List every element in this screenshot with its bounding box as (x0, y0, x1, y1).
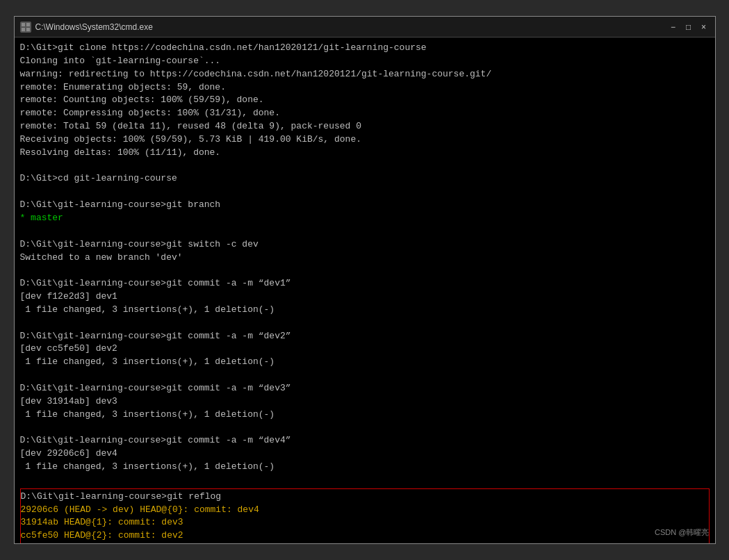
svg-rect-0 (22, 23, 25, 26)
terminal-line: 1 file changed, 3 insertions(+), 1 delet… (20, 356, 710, 369)
empty-line (20, 186, 710, 199)
svg-rect-3 (26, 28, 30, 31)
terminal-line: remote: Total 59 (delta 11), reused 48 (… (20, 120, 710, 133)
reflog-line-3: f12e2d3 HEAD@{3}: commit: dev1 (21, 543, 709, 543)
empty-line (20, 369, 710, 382)
terminal-line: D:\Git\git-learning-course>git commit -a… (20, 382, 710, 395)
titlebar: C:\Windows\System32\cmd.exe − □ × (15, 17, 715, 38)
reflog-line-1: 31914ab HEAD@{1}: commit: dev3 (21, 516, 709, 529)
close-button[interactable]: × (698, 22, 710, 33)
terminal-line: 1 file changed, 3 insertions(+), 1 delet… (20, 304, 710, 317)
empty-line (20, 264, 710, 277)
reflog-section: D:\Git\git-learning-course>git reflog 29… (20, 488, 710, 543)
terminal-line: D:\Git\git-learning-course>git commit -a… (20, 277, 710, 290)
terminal-line: remote: Enumerating objects: 59, done. (20, 81, 710, 94)
terminal-line: Cloning into `git-learning-course`... (20, 55, 710, 68)
window-title: C:\Windows\System32\cmd.exe (35, 22, 668, 32)
reflog-line-2: cc5fe50 HEAD@{2}: commit: dev2 (21, 529, 709, 543)
svg-rect-2 (22, 28, 25, 31)
empty-line (20, 225, 710, 238)
reflog-line-0: 29206c6 (HEAD -> dev) HEAD@{0}: commit: … (21, 504, 709, 517)
terminal-line: Receiving objects: 100% (59/59), 5.73 Ki… (20, 133, 710, 147)
cmd-window: C:\Windows\System32\cmd.exe − □ × D:\Git… (14, 16, 716, 544)
maximize-button[interactable]: □ (683, 22, 694, 33)
terminal-line: [dev 31914ab] dev3 (20, 395, 710, 409)
terminal-line: D:\Git>git clone https://codechina.csdn.… (20, 42, 710, 55)
terminal-line-master: * master (20, 212, 710, 225)
empty-line (20, 474, 710, 487)
terminal-line: 1 file changed, 3 insertions(+), 1 delet… (20, 461, 710, 474)
window-controls: − □ × (668, 22, 710, 33)
terminal-line: [dev f12e2d3] dev1 (20, 290, 710, 304)
terminal-line: D:\Git\git-learning-course>git commit -a… (20, 330, 710, 343)
terminal-line: D:\Git\git-learning-course>git commit -a… (20, 434, 710, 447)
window-icon (20, 22, 31, 33)
terminal-line: D:\Git\git-learning-course>git switch -c… (20, 238, 710, 252)
terminal-line: Switched to a new branch 'dev' (20, 252, 710, 265)
terminal-line: D:\Git>cd git-learning-course (20, 172, 710, 186)
empty-line (20, 317, 710, 330)
terminal-line: remote: Counting objects: 100% (59/59), … (20, 94, 710, 107)
minimize-button[interactable]: − (668, 22, 679, 33)
svg-rect-1 (26, 23, 30, 26)
watermark: CSDN @韩曜亮 (655, 527, 709, 538)
empty-line (20, 160, 710, 173)
reflog-command-line: D:\Git\git-learning-course>git reflog (21, 491, 709, 504)
terminal-output: D:\Git>git clone https://codechina.csdn.… (15, 38, 715, 543)
terminal-line: [dev 29206c6] dev4 (20, 447, 710, 461)
terminal-line: Resolving deltas: 100% (11/11), done. (20, 147, 710, 160)
empty-line (20, 421, 710, 434)
terminal-line: [dev cc5fe50] dev2 (20, 343, 710, 356)
terminal-line: remote: Compressing objects: 100% (31/31… (20, 107, 710, 120)
terminal-line: warning: redirecting to https://codechin… (20, 68, 710, 81)
terminal-line: 1 file changed, 3 insertions(+), 1 delet… (20, 409, 710, 422)
terminal-line: D:\Git\git-learning-course>git branch (20, 199, 710, 212)
